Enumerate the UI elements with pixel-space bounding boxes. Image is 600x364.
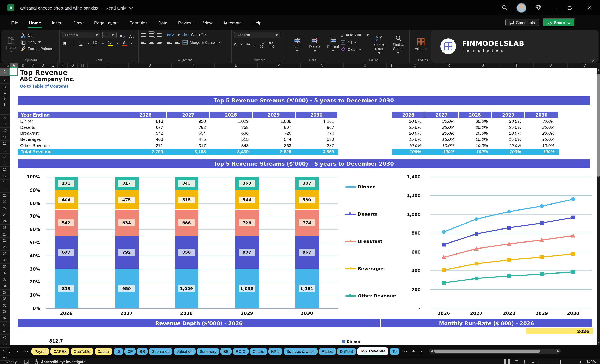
table-cell-value[interactable]: 686 [210, 130, 249, 136]
table-cell-value[interactable]: 907 [253, 124, 291, 130]
percent-style-button[interactable]: % [246, 42, 250, 47]
sheet-tab-to[interactable]: To [390, 348, 399, 355]
ribbon-tab-page-layout[interactable]: Page Layout [89, 15, 124, 30]
align-center-button[interactable] [149, 40, 154, 45]
ribbon-tab-draw[interactable]: Draw [68, 15, 89, 30]
accessibility-status[interactable]: Accessibility: Investigate [34, 359, 85, 364]
find-select-button[interactable]: Find & Select [390, 32, 407, 57]
cut-button[interactable]: Cut [21, 33, 52, 38]
sheet-nav-more[interactable]: ••• [22, 349, 30, 353]
pct-cell-value[interactable]: 15.0% [492, 136, 521, 142]
row-header-35[interactable]: 35 [0, 289, 9, 296]
column-header-t[interactable]: T [500, 63, 534, 68]
table-cell-value[interactable]: 967 [295, 124, 334, 130]
row-header-1[interactable]: 1 [0, 68, 9, 76]
sheet-tab-summary[interactable]: Summary [197, 348, 219, 355]
cell-selection-a1[interactable] [9, 68, 18, 76]
alignment-dialog-launcher[interactable] [226, 58, 229, 62]
bold-button[interactable]: B [62, 41, 68, 46]
row-header-29[interactable]: 29 [0, 251, 9, 257]
pct-cell-value[interactable]: 15.0% [425, 136, 454, 142]
sheet-tab-is[interactable]: IS [114, 348, 123, 355]
sort-filter-button[interactable]: AZ Sort & Filter [371, 32, 387, 57]
align-middle-button[interactable] [149, 33, 154, 37]
comma-style-button[interactable]: , [254, 42, 255, 47]
row-header-33[interactable]: 33 [0, 277, 9, 283]
table-row-label[interactable]: Breakfast [20, 130, 39, 136]
row-header-27[interactable]: 27 [0, 238, 9, 244]
zoom-out-button[interactable]: – [532, 359, 534, 364]
horizontal-scrollbar[interactable]: ◀ ▶ [429, 349, 561, 354]
pct-cell-value[interactable]: 25.0% [525, 124, 554, 130]
table-cell-value[interactable]: 317 [167, 142, 206, 148]
row-header-22[interactable]: 22 [0, 205, 9, 212]
decrease-decimal-button[interactable]: .00→.0 [268, 41, 274, 48]
pct-cell-value[interactable]: 10.0% [492, 142, 521, 148]
accounting-format-button[interactable]: $ [234, 42, 236, 47]
table-cell-value[interactable]: 580 [295, 136, 334, 142]
row-header-7[interactable]: 7 [0, 109, 9, 115]
search-icon[interactable] [502, 5, 507, 10]
row-header-21[interactable]: 21 [0, 199, 9, 205]
font-name-combo[interactable]: Tahoma [62, 32, 101, 38]
ribbon-tab-review[interactable]: Review [173, 15, 198, 30]
column-header-k[interactable]: K [172, 63, 215, 68]
pct-cell-value[interactable]: 10.0% [425, 142, 454, 148]
merge-center-button[interactable]: Merge & Center [182, 40, 221, 45]
table-row-label[interactable]: Other Revenue [20, 142, 50, 148]
ribbon-tab-home[interactable]: Home [24, 15, 46, 30]
sheet-tab-charts[interactable]: Charts [250, 348, 267, 355]
table-cell-value[interactable]: 387 [295, 142, 334, 148]
table-cell-value[interactable]: 271 [124, 142, 163, 148]
wrap-text-button[interactable]: ab↵Wrap Text [182, 33, 221, 37]
sheet-tab-payroll[interactable]: Payroll [31, 348, 49, 355]
pct-cell-value[interactable]: 10.0% [459, 142, 488, 148]
sheet-tab-ratios[interactable]: Ratios [319, 348, 336, 355]
table-cell-value[interactable]: 634 [167, 130, 206, 136]
row-header-16[interactable]: 16 [0, 166, 9, 173]
row-header-25[interactable]: 25 [0, 225, 9, 231]
column-header-o[interactable]: O [344, 63, 387, 68]
increase-indent-button[interactable] [175, 40, 180, 45]
row-header-12[interactable]: 12 [0, 141, 9, 147]
sheet-tab-sources-uses[interactable]: Sources & Uses [284, 348, 318, 355]
autosum-button[interactable]: ΣAutoSum [341, 33, 369, 38]
copy-button[interactable]: Copy [21, 40, 52, 45]
share-button[interactable]: Share [542, 18, 575, 27]
column-header-n[interactable]: N [301, 63, 344, 68]
pct-cell-value[interactable]: 30.0% [392, 118, 421, 124]
zoom-slider[interactable] [538, 361, 575, 362]
row-header-39[interactable]: 39 [0, 315, 9, 322]
ribbon-tab-insert[interactable]: Insert [46, 15, 68, 30]
runrate-year-cell[interactable]: 2026 [526, 328, 592, 334]
column-header-v[interactable]: V [568, 63, 600, 68]
table-cell-value[interactable]: 542 [124, 130, 163, 136]
table-cell-value[interactable]: 792 [167, 124, 206, 130]
ribbon-tab-view[interactable]: View [198, 15, 218, 30]
sheet-tab-capital[interactable]: Capital [94, 348, 112, 355]
column-header-j[interactable]: J [129, 63, 172, 68]
pct-cell-value[interactable]: 25.0% [425, 124, 454, 130]
ribbon-tab-file[interactable]: File [6, 15, 24, 30]
pct-cell-value[interactable]: 15.0% [392, 136, 421, 142]
ribbon-tab-help[interactable]: Help [247, 15, 267, 30]
sheet-tab-be[interactable]: BE [221, 348, 232, 355]
table-cell-value[interactable]: 677 [124, 124, 163, 130]
sheet-tab-capex[interactable]: CAPEX [50, 348, 69, 355]
column-header-p[interactable]: P [387, 63, 398, 68]
row-header-41[interactable]: 41 [0, 328, 9, 335]
restore-button[interactable] [568, 5, 576, 10]
sheet-tab-captable[interactable]: CapTable [71, 348, 93, 355]
underline-dropdown[interactable] [87, 43, 90, 44]
font-size-combo[interactable]: 8 [102, 32, 117, 38]
row-header-36[interactable]: 36 [0, 296, 9, 302]
table-cell-value[interactable]: 1,029 [210, 118, 249, 124]
column-header-h[interactable]: H [78, 63, 88, 68]
orientation-button[interactable]: ab↗ [167, 33, 174, 37]
zoom-in-button[interactable]: + [579, 359, 582, 364]
column-header-f[interactable]: F [58, 63, 68, 68]
column-header-b[interactable]: B [18, 63, 28, 68]
increase-decimal-button[interactable]: ←.0.00 [259, 41, 265, 48]
pct-cell-value[interactable]: 25.0% [459, 124, 488, 130]
table-cell-value[interactable]: 475 [167, 136, 206, 142]
